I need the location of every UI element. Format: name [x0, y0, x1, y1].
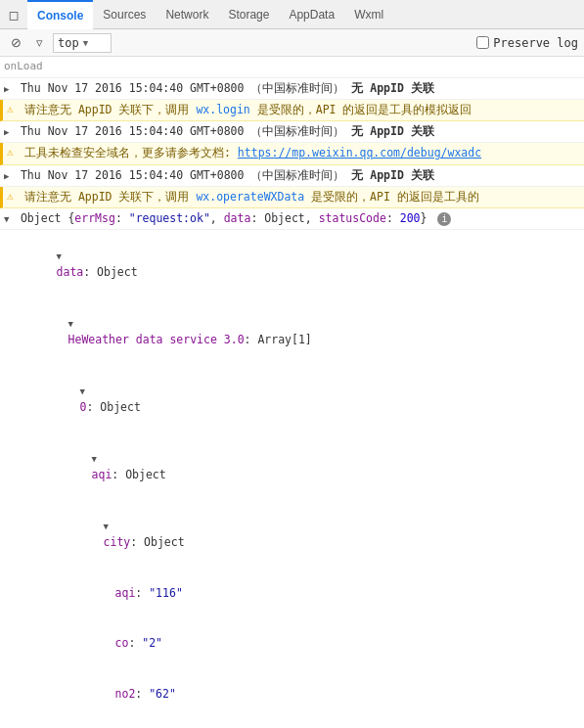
console-toolbar: ⊘ ▿ top ▼ Preserve log	[0, 29, 584, 57]
heweather-expand-icon[interactable]	[68, 315, 78, 332]
tab-wxml[interactable]: Wxml	[344, 0, 393, 29]
clear-console-button[interactable]: ⊘	[6, 33, 25, 53]
aqi-expand-icon[interactable]	[92, 450, 102, 467]
field-o3: o3: "7"	[0, 720, 584, 729]
expand-icon-1[interactable]	[4, 80, 14, 97]
tab-console[interactable]: Console	[27, 0, 93, 29]
filter-value: top	[58, 36, 79, 50]
onload-label: onLoad	[0, 57, 584, 78]
warn-text-1: 请注意无 AppID 关联下，调用 wx.login 是受限的，API 的返回是…	[24, 103, 472, 116]
field-co: co: "2"	[0, 618, 584, 669]
aqi-row: aqi: Object	[0, 432, 584, 500]
tab-storage[interactable]: Storage	[218, 0, 279, 29]
warn-text-2: 工具未检查安全域名，更多请参考文档: https://mp.weixin.qq.…	[24, 146, 481, 159]
warning-icon-2: ⚠	[7, 145, 14, 161]
filter-icon[interactable]: ▿	[29, 33, 49, 53]
array-0-row: 0: Object	[0, 365, 584, 432]
object-header-text: Object {errMsg: "request:ok", data: Obje…	[21, 211, 427, 225]
tab-bar: □ Console Sources Network Storage AppDat…	[0, 0, 584, 29]
log-entry-3: Thu Nov 17 2016 15:04:40 GMT+0800 （中国标准时…	[0, 165, 584, 187]
tab-appdata[interactable]: AppData	[279, 0, 344, 29]
warning-icon-3: ⚠	[7, 189, 14, 205]
city-row: city: Object	[0, 500, 584, 568]
tab-sources[interactable]: Sources	[93, 0, 156, 29]
preserve-log-label: Preserve log	[493, 36, 578, 50]
preserve-log-container: Preserve log	[476, 36, 578, 50]
log-text-2: Thu Nov 17 2016 15:04:40 GMT+0800 （中国标准时…	[21, 124, 434, 138]
data-object-row: data: Object	[0, 230, 584, 297]
log-entry-2: Thu Nov 17 2016 15:04:40 GMT+0800 （中国标准时…	[0, 121, 584, 143]
warn-text-3: 请注意无 AppID 关联下，调用 wx.operateWXData 是受限的，…	[24, 190, 479, 204]
city-expand-icon[interactable]	[104, 518, 113, 534]
info-badge[interactable]: i	[437, 212, 451, 226]
data-expand-icon[interactable]	[57, 248, 67, 264]
log-text-3: Thu Nov 17 2016 15:04:40 GMT+0800 （中国标准时…	[21, 168, 434, 182]
object-tree: Object {errMsg: "request:ok", data: Obje…	[0, 208, 584, 728]
field-no2: no2: "62"	[0, 669, 584, 720]
log-text-1: Thu Nov 17 2016 15:04:40 GMT+0800 （中国标准时…	[21, 81, 434, 95]
warn-entry-1: ⚠ 请注意无 AppID 关联下，调用 wx.login 是受限的，API 的返…	[0, 100, 584, 121]
expand-icon-2[interactable]	[4, 123, 14, 140]
filter-dropdown-arrow: ▼	[83, 38, 88, 48]
devtools-icon: □	[4, 5, 23, 24]
object-expand-icon[interactable]	[4, 210, 14, 227]
object-header-row: Object {errMsg: "request:ok", data: Obje…	[0, 208, 584, 230]
tab-network[interactable]: Network	[156, 0, 218, 29]
warn-entry-3: ⚠ 请注意无 AppID 关联下，调用 wx.operateWXData 是受限…	[0, 187, 584, 208]
field-aqi: aqi: "116"	[0, 568, 584, 618]
expand-icon-3[interactable]	[4, 167, 14, 184]
preserve-log-checkbox[interactable]	[476, 36, 489, 49]
warn-entry-2: ⚠ 工具未检查安全域名，更多请参考文档: https://mp.weixin.q…	[0, 143, 584, 164]
filter-select[interactable]: top ▼	[53, 33, 112, 53]
console-area: onLoad Thu Nov 17 2016 15:04:40 GMT+0800…	[0, 57, 584, 728]
array-0-expand-icon[interactable]	[80, 383, 90, 399]
log-entry-1: Thu Nov 17 2016 15:04:40 GMT+0800 （中国标准时…	[0, 78, 584, 100]
warning-icon-1: ⚠	[7, 102, 14, 118]
heweather-row: HeWeather data service 3.0: Array[1]	[0, 297, 584, 365]
